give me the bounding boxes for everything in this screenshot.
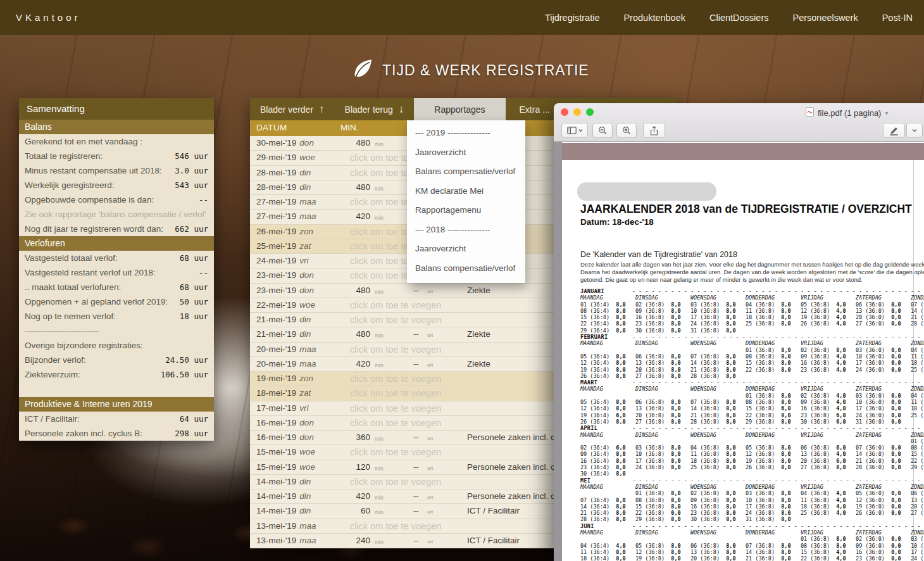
summary-row-value: 106.50 uur xyxy=(161,370,208,379)
row-date: 24-mei-'19vri xyxy=(256,256,309,265)
summary-row: Gerekend tot en met vandaag : xyxy=(19,134,214,149)
window-chrome: file.pdf (1 pagina) ▾ xyxy=(554,103,924,142)
share-button[interactable] xyxy=(643,123,665,138)
calendar-data-row: 26 (36:4)8,027 (36:8)8,028 (36:8)8,029 (… xyxy=(580,419,924,425)
menu-item-balans-compensatie-verlof[interactable]: Balans compensatie/verlof xyxy=(407,259,525,279)
month-heading: APRIL- - - - - - - - - - - - - - - - - -… xyxy=(580,425,924,431)
row-add-placeholder[interactable]: click om toe te voegen xyxy=(350,521,441,531)
row-date: 20-mei-'19maa xyxy=(256,359,316,369)
row-add-placeholder[interactable]: click om toe te voegen xyxy=(350,447,441,457)
weekday-header-row: MAANDAGDINSDAGWOENSDAGDONDERDAGVRIJDAGZA… xyxy=(580,294,924,301)
menu-item-km-declaratie-mei[interactable]: KM declaratie Mei xyxy=(407,182,525,201)
arrow-up-icon: ↑ xyxy=(319,103,325,116)
row-activity: ICT / Facilitair xyxy=(467,536,520,545)
summary-row: Zie ook rapportage 'balans compensatie /… xyxy=(19,207,214,222)
browse-forward-button[interactable]: Blader verder ↑ xyxy=(250,98,335,120)
row-add-placeholder[interactable]: click om toe te voegen xyxy=(350,418,441,428)
row-ort: -- xyxy=(413,506,419,515)
calendar-data-row: 23 (36:4)8,024 (36:8)8,025 (36:8)8,026 (… xyxy=(580,464,924,470)
sidebar-view-button[interactable] xyxy=(561,123,588,138)
row-minutes-unit: min xyxy=(375,362,384,369)
pdf-page[interactable]: JAARKALENDER 2018 van de TIJDREGISTRATIE… xyxy=(562,142,924,561)
month-heading: JUNI- - - - - - - - - - - - - - - - - - … xyxy=(580,523,924,529)
pdf-preview-window: file.pdf (1 pagina) ▾ xyxy=(554,103,924,561)
row-ort-unit: ort xyxy=(427,509,433,515)
row-ort-unit: ort xyxy=(427,436,433,441)
menu-item-jaaroverzicht[interactable]: Jaaroverzicht xyxy=(407,239,525,259)
row-date: 28-mei-'19din xyxy=(256,182,311,192)
app-screen: VKantoor TijdregistratieProduktenboekCli… xyxy=(0,0,924,561)
menu-item-rapportagemenu[interactable]: Rapportagemenu xyxy=(407,201,525,220)
markup-options-button[interactable] xyxy=(906,123,923,138)
intro-line: getoond. Die gaat op en neer naar gelang… xyxy=(580,276,924,284)
month-heading: FEBRUARI- - - - - - - - - - - - - - - - … xyxy=(580,334,924,340)
calendar-data-row: 04 (36:4)4,005 (36:8)8,006 (36:8)8,007 (… xyxy=(580,543,924,549)
row-minutes-unit: min xyxy=(375,289,384,295)
minimize-window-button[interactable] xyxy=(573,108,581,116)
row-activity: Ziekte xyxy=(467,359,490,369)
calendar-data-row: 12 (36:4)8,013 (36:8)8,014 (36:8)8,015 (… xyxy=(580,405,924,412)
row-add-placeholder[interactable]: click om toe te voegen xyxy=(350,300,441,310)
row-add-placeholder[interactable]: click om toe te voegen xyxy=(350,477,441,487)
summary-row-label: Minus restant compensatie uit 2018: xyxy=(25,166,162,175)
row-ort-unit: ort xyxy=(427,539,433,545)
calendar-data-row: 26 (36:4)8,027 (36:8)8,028 (36:8)8,0 xyxy=(580,373,924,379)
summary-row-value: 3.0 uur xyxy=(175,166,208,175)
row-activity: ICT / Facilitair xyxy=(467,506,520,515)
calendar-data-row: 19 (36:4)6,020 (36:8)8,021 (36:8)8,022 (… xyxy=(580,412,924,419)
summary-row: ICT / Facilitair:64 uur xyxy=(19,412,214,426)
markup-button[interactable] xyxy=(883,123,905,138)
zoom-out-button[interactable] xyxy=(592,123,613,138)
row-add-placeholder[interactable]: click om toe te voegen xyxy=(350,344,441,355)
nav-item-tijdregistratie[interactable]: Tijdregistratie xyxy=(545,13,600,23)
nav-item-personeelswerk[interactable]: Personeelswerk xyxy=(792,13,858,23)
row-minutes-unit: min xyxy=(375,465,384,472)
summary-row: Personele zaken incl. cyclus B:298 uur xyxy=(19,426,214,441)
row-ort-unit: ort xyxy=(427,289,433,294)
menu-year-separator[interactable]: --- 2018 --------------- xyxy=(407,220,525,240)
summary-row-label: .. maakt totaal verlofuren: xyxy=(25,282,121,292)
reports-menu-button[interactable]: Rapportages xyxy=(414,98,505,120)
weekday-header-row: MAANDAGDINSDAGWOENSDAGDONDERDAGVRIJDAGZA… xyxy=(580,432,924,438)
row-ort-unit: ort xyxy=(427,362,433,368)
summary-row: Opgenomen + al gepland verlof 2019:50 uu… xyxy=(19,294,214,309)
nav-item-post-in[interactable]: Post-IN xyxy=(882,13,913,23)
close-window-button[interactable] xyxy=(561,108,568,116)
menu-year-separator[interactable]: --- 2019 --------------- xyxy=(407,123,525,143)
browse-back-label: Blader terug xyxy=(345,104,393,115)
summary-row-label: Bijzonder verlof: xyxy=(25,355,86,365)
menu-item-jaaroverzicht[interactable]: Jaaroverzicht xyxy=(407,143,525,163)
summary-row xyxy=(19,382,214,397)
row-date: 22-mei-'19woe xyxy=(256,300,315,310)
summary-row: Overige bijzondere registraties: xyxy=(19,338,214,353)
zoom-in-button[interactable] xyxy=(616,123,637,138)
row-add-placeholder[interactable]: click om toe te voegen xyxy=(350,388,441,398)
row-add-placeholder[interactable]: click om toe te voegen xyxy=(350,315,441,325)
row-minutes-unit: min xyxy=(375,332,384,339)
row-ort: -- xyxy=(413,359,419,369)
nav-item-clientdossiers[interactable]: ClientDossiers xyxy=(709,13,768,23)
row-ort-unit: ort xyxy=(427,332,433,338)
zoom-window-button[interactable] xyxy=(586,108,594,116)
row-add-placeholder[interactable]: click om toe te voegen xyxy=(350,403,441,413)
brand-logo[interactable]: VKantoor xyxy=(16,12,81,23)
calendar-data-row: 09 (36:4)8,010 (36:8)8,011 (36:8)8,012 (… xyxy=(580,451,924,457)
browse-back-button[interactable]: Blader terug ↓ xyxy=(335,98,415,120)
menu-item-balans-compensatie-verlof[interactable]: Balans compensatie/verlof xyxy=(407,162,525,182)
month-heading: MEI- - - - - - - - - - - - - - - - - - -… xyxy=(580,477,924,484)
nav-item-produktenboek[interactable]: Produktenboek xyxy=(623,13,685,23)
row-minutes: 120 xyxy=(326,462,370,472)
row-ort-unit: ort xyxy=(427,465,433,471)
summary-row: Minus restant compensatie uit 2018:3.0 u… xyxy=(19,163,214,178)
month-heading: JANUARI- - - - - - - - - - - - - - - - -… xyxy=(580,288,924,294)
row-add-placeholder[interactable]: click om toe te voegen xyxy=(350,374,441,384)
calendar-data-row: 01 (36:8)8,002 (36:8)8,003 (36:0)0,004 ( xyxy=(580,347,924,353)
month-heading: MAART- - - - - - - - - - - - - - - - - -… xyxy=(580,379,924,386)
main-navigation: TijdregistratieProduktenboekClientDossie… xyxy=(545,13,913,23)
row-minutes: 60 xyxy=(326,506,370,515)
row-date: 30-mei-'19don xyxy=(256,138,314,148)
row-minutes-unit: min xyxy=(375,215,384,221)
window-title-area: file.pdf (1 pagina) ▾ xyxy=(806,107,888,118)
summary-row-label: Ziekteverzuim: xyxy=(25,370,80,379)
summary-row-label: Werkelijk geregistreerd: xyxy=(25,180,115,190)
